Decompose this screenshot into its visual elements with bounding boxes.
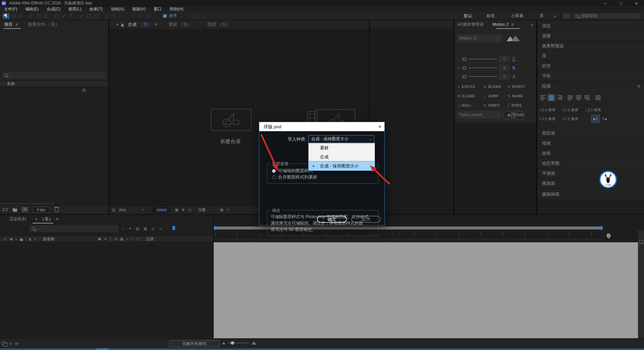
indent-first-line-field[interactable]: 0像素 [539,116,555,121]
pan-behind-tool[interactable] [43,13,49,19]
timeline-hscroll-left-cap[interactable] [214,226,216,230]
workspace-tab-default[interactable]: 默认 [464,13,472,19]
eraser-tool[interactable] [93,13,100,19]
timeline-hscroll-right-cap[interactable] [600,226,603,230]
cube-3d-switch-icon[interactable]: ⬡ [136,237,140,241]
indent-left-field[interactable]: 0像素 [539,107,555,112]
null-button[interactable]: □NULL [458,103,483,108]
blend-button[interactable]: ≋BLEND [483,85,507,89]
workspace-overflow-icon[interactable]: » [554,14,556,18]
panel-wiggler[interactable]: 摇摆器 [537,179,644,189]
panel-character[interactable]: 字符 [537,71,644,81]
motion-delete-button[interactable] [503,111,523,119]
panel-audio[interactable]: 音频 [537,31,644,41]
time-indicator-icon[interactable] [172,226,175,230]
ok-button[interactable]: 确定 [317,216,347,223]
rotate-tool[interactable] [28,13,35,19]
column-name[interactable]: 名称 [7,81,15,87]
timeline-tab-close-icon[interactable]: × [35,217,38,222]
pen-tool[interactable] [60,13,67,19]
always-preview-icon[interactable]: ▥ [112,208,115,212]
tab-project[interactable]: 项目 [4,21,13,28]
magnification-dropdown[interactable]: 25% ⌄ [119,208,130,212]
comp-panel-menu-icon[interactable]: ≡ [155,22,157,27]
lock-icon[interactable] [20,239,23,241]
panel-info[interactable]: 信息 [537,21,644,31]
lock-icon[interactable] [121,24,124,27]
roi-icon[interactable]: ▦ [220,208,223,212]
rocket-icon[interactable] [512,56,516,62]
space-after-field[interactable]: 0像素 [562,116,578,121]
import-kind-select[interactable]: 合成 - 保持图层大小 ⌄ [308,135,374,143]
panel-brushes[interactable]: 画笔 [537,148,644,158]
clone-stamp-tool[interactable] [86,13,92,19]
workspace-tab-standard[interactable]: 标准 [486,13,495,19]
space-before-field[interactable]: 0像素 [562,107,578,112]
draft-toggle-icon[interactable]: ◎ [9,341,12,346]
panel-align[interactable]: 对齐 [537,61,644,71]
tab-timeline-comp[interactable]: （无） [40,216,53,222]
quality-switch-icon[interactable]: ╲ [110,237,112,241]
frame-blend-icon[interactable]: ▦ [144,227,147,231]
tab-effect-controls[interactable]: 效果控件 （无） [28,21,60,28]
zoom-slider-knob[interactable] [231,341,234,345]
project-panel-menu-icon[interactable]: ≡ [15,22,18,27]
timeline-layer-list[interactable] [0,242,213,338]
indent-right-field[interactable]: 0像素 [585,107,601,112]
dialog-close-icon[interactable]: × [378,124,381,130]
rtl-paragraph-button[interactable]: ¶◀ [602,117,607,121]
timeline-vscrollbar[interactable] [638,230,644,338]
slider1-knob[interactable] [463,57,466,61]
zoom-tool[interactable] [17,13,24,19]
radio-selected-icon[interactable] [272,169,276,173]
collapse-switch-icon[interactable]: ✦ [104,237,107,241]
slider3-knob[interactable] [463,75,466,79]
excite-button[interactable]: +EXCITE [458,85,483,89]
slider2-value[interactable]: 0 [499,64,510,71]
menu-help[interactable]: 帮助(H) [170,6,183,12]
tab-script-manager[interactable]: AE脚本管理器 [457,22,484,28]
new-folder-icon[interactable] [13,209,17,212]
help-search-box[interactable]: 搜索帮助 [573,13,641,19]
axis-mode-world-icon[interactable] [138,13,144,19]
menu-composition[interactable]: 合成(C) [47,6,60,12]
orbit-button[interactable]: ⊙ORBIT [483,103,507,108]
mini-flowchart-icon[interactable]: ⌁ [122,227,124,231]
slider3-value[interactable]: 0 [499,73,510,80]
project-search-input[interactable]: ⌄ [2,72,106,79]
selection-tool[interactable] [3,13,9,19]
slider3-track[interactable] [468,76,497,77]
motion2-overflow-icon[interactable]: » [531,22,533,27]
tab-composition[interactable]: 合成 [128,21,137,28]
rope-button[interactable]: ╱ROPE [507,103,532,108]
close-button[interactable]: × [629,0,644,6]
show-channel-icon[interactable]: ◎ [188,208,192,212]
comp-tab-close-icon[interactable]: × [116,22,119,27]
hand-tool[interactable] [10,13,17,19]
panel-tracker[interactable]: 跟踪器 [537,128,644,138]
menu-window[interactable]: 窗口 [154,6,162,12]
label-color-icon[interactable]: ▮ [29,237,31,241]
shape-tool[interactable] [53,13,60,19]
panel-libraries[interactable]: 库 [537,51,644,61]
delete-item-icon[interactable] [55,208,59,212]
align-center-button[interactable] [547,94,555,101]
motion-blur-switch-icon[interactable]: ◐ [126,237,128,241]
task-launch-dropdown[interactable]: Task Launch ⌄ [457,111,502,119]
timeline-menu-icon[interactable]: ≡ [56,217,58,221]
type-tool[interactable]: T [68,13,74,19]
tab-motion2[interactable]: Motion 2 [492,22,508,27]
clone-button[interactable]: ⧉CLONE [458,94,483,98]
panel-mask-interpolation[interactable]: 蒙版插值 [537,189,644,200]
motion2-menu-icon[interactable]: ≡ [511,22,514,27]
solo-icon[interactable]: ● [15,238,17,241]
transparency-grid-icon[interactable]: ⟐ [227,208,230,212]
timeline-search-input[interactable]: ⌄ [30,225,118,232]
option-composition-retain-sizes[interactable]: ● 合成 - 保持图层大小 [309,161,375,170]
name-button[interactable]: ✎NAME [507,94,532,98]
panel-effects-presets[interactable]: 效果和预设 [537,41,644,51]
slider2-knob[interactable] [463,66,466,70]
maximize-button[interactable]: □ [613,0,629,6]
panel-motion-sketch[interactable]: 动态草图 [537,158,644,168]
frame-blend-switch-icon[interactable]: ▦ [120,237,123,241]
